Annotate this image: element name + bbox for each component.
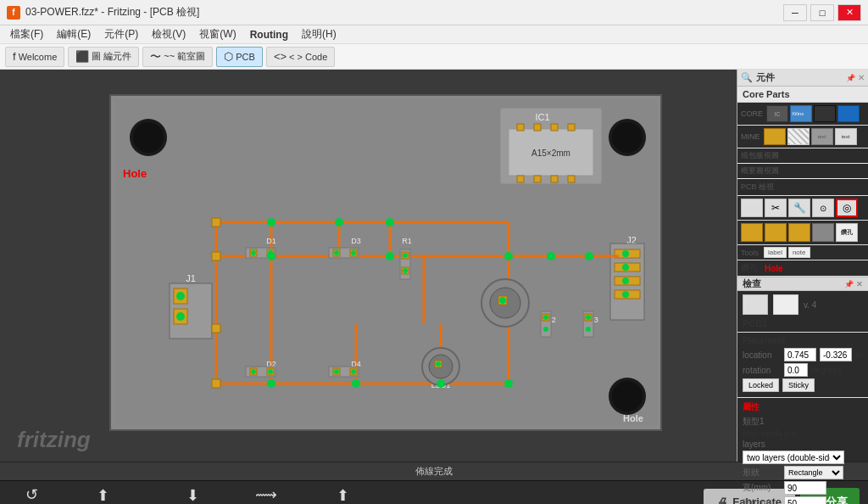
inspector-thumb-front [743,294,768,315]
svg-text:J1: J1 [186,273,196,283]
maximize-button[interactable]: □ [810,4,834,21]
rotate-button[interactable]: ↺ 旋轉 [8,482,54,505]
svg-point-98 [386,252,394,260]
svg-rect-107 [212,252,220,260]
menu-file[interactable]: 檔案(F) [3,25,50,43]
canvas-area[interactable]: fritzing IC1 A15×2mm J2 [0,70,737,462]
layers-select[interactable]: two layers (double-sided) [743,451,844,464]
toolbar-code[interactable]: <> < > Code [266,47,335,67]
search-icon: 🔍 [741,72,753,83]
height-input[interactable] [784,496,826,504]
part-thumb-gold[interactable] [764,128,786,145]
part-thumb-ic[interactable]: IC [766,105,788,122]
pcb-tool-8[interactable] [812,223,834,242]
close-button[interactable]: ✕ [837,4,861,21]
location-unit: in [855,350,862,360]
titlebar: f 03-POWER.fzz* - Fritzing - [PCB 檢視] ─ … [0,0,868,25]
svg-point-94 [267,218,275,227]
menu-parts[interactable]: 元件(P) [97,25,145,43]
rotate-icon: ↺ [25,485,38,504]
properties-section: 屬性 類型1 plain vanilla pcb layers two laye… [737,398,868,504]
label-btn[interactable]: label [764,247,787,258]
svg-point-105 [504,379,513,388]
bottom-layer-icon: ⬇ [186,486,199,504]
part-thumb-text1[interactable]: text [811,128,833,145]
part-thumb-pattern[interactable] [787,128,810,145]
part-thumb-xilnx[interactable]: Xilinx [790,105,812,122]
core-text: CORE [741,109,763,118]
pcb-tool-5[interactable] [741,223,763,242]
pcb-tool-2[interactable]: ✂ [765,199,787,217]
view-above-button[interactable]: ⬆ View from Above [54,483,151,504]
autoroute-icon: ⟿ [255,485,277,504]
export-icon: ⬆ [337,486,349,504]
locked-button[interactable]: Locked [743,378,779,392]
part-thumb-blue2[interactable] [837,105,860,122]
svg-point-87 [543,315,548,320]
tools-label: Tools [741,249,759,257]
autoroute-button[interactable]: ⟿ 自動佈線 [234,482,298,505]
svg-point-104 [437,379,445,388]
menubar: 檔案(F) 編輯(E) 元件(P) 檢視(V) 視窗(W) Routing 說明… [0,25,868,44]
toolbar-welcome[interactable]: f Welcome [5,47,64,67]
shape-select[interactable]: Rectangle [784,466,843,479]
svg-point-99 [504,252,513,260]
bottom-layer-button[interactable]: ⬇ Bottom Layer [151,483,233,504]
svg-text:D1: D1 [266,237,276,245]
code-icon: <> [274,50,287,63]
rotation-input[interactable] [784,363,808,377]
width-input[interactable] [784,481,826,495]
svg-rect-9 [568,124,575,131]
svg-point-54 [251,369,256,374]
location-y-input[interactable] [820,348,852,361]
svg-rect-108 [212,324,220,333]
window-title: 03-POWER.fzz* - Fritzing - [PCB 檢視] [25,5,783,20]
location-x-input[interactable] [784,348,816,361]
fritzing-logo: fritzing [17,427,91,453]
svg-point-115 [612,381,643,412]
surface-mount-label: 燒包板視圖 [737,148,868,164]
shape-label: 形狀 [743,467,781,479]
mine-text: MINE [741,132,760,141]
breadboard-icon: 〜 [150,49,161,64]
pcb-tool-6[interactable] [765,223,787,242]
rotation-unit: degrees [811,366,842,375]
minimize-button[interactable]: ─ [783,4,807,21]
part-thumb-text2[interactable]: text [835,128,857,145]
pcb-tool-3[interactable]: 🔧 [788,199,810,217]
pcb-tool-4[interactable]: ⊙ [812,199,834,217]
toolbar-schematic[interactable]: ⬛ 圖 編元件 [68,47,139,67]
svg-point-48 [251,250,256,255]
window-controls: ─ □ ✕ [783,4,861,21]
note-btn[interactable]: note [788,247,810,258]
menu-window[interactable]: 視窗(W) [192,25,242,43]
pcb-tool-drill[interactable]: ◎ [836,199,858,217]
menu-help[interactable]: 說明(H) [295,25,343,43]
menu-view[interactable]: 檢視(V) [145,25,192,43]
panel-close-icon[interactable]: ✕ [858,73,865,82]
svg-rect-109 [212,379,220,388]
toolbar-breadboard[interactable]: 〜 ~~ 範室圖 [142,47,213,67]
svg-point-27 [176,292,185,300]
svg-point-95 [335,218,343,227]
drill-hole-text: 鑽孔 [741,262,758,274]
export-pcb-button[interactable]: ⬆ Export for PCB [298,483,387,504]
svg-point-66 [334,369,339,374]
svg-point-29 [176,312,185,321]
pcb-tool-7[interactable] [788,223,810,242]
part-thumb-dark[interactable] [814,105,836,122]
toolbar-pcb[interactable]: ⬡ PCB [216,47,263,67]
menu-edit[interactable]: 編輯(E) [50,25,97,43]
pcb-board-svg: IC1 A15×2mm J2 [102,87,670,443]
menu-routing[interactable]: Routing [243,27,295,42]
app-icon: f [7,6,20,20]
svg-point-20 [622,250,629,257]
svg-point-111 [133,122,164,153]
svg-rect-8 [551,124,558,131]
svg-text:D3: D3 [351,237,361,245]
sticky-button[interactable]: Sticky [782,378,815,392]
right-panel: 🔍 元件 📌 ✕ Core Parts CORE IC Xilinx MINE [737,70,868,462]
schematic-view-label: 概要圖視圖 [737,164,868,179]
svg-point-83 [436,361,441,367]
pcb-tool-1[interactable] [741,199,763,217]
